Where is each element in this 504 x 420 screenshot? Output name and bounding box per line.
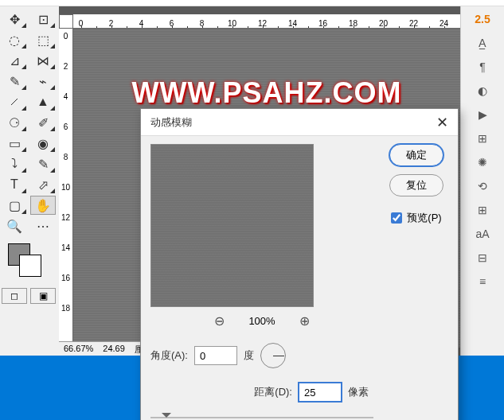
distance-input[interactable] bbox=[299, 383, 342, 402]
dialog-body: ⊖ 100% ⊕ 角度(A): 度 距离(D): 像素 确定 复位 bbox=[141, 136, 458, 420]
status-bar: 66.67% 24.69 厘 bbox=[59, 341, 148, 356]
preview-label: 预览(P) bbox=[407, 211, 441, 225]
more-tools[interactable]: ⋯ bbox=[30, 216, 56, 235]
motion-blur-dialog: 动感模糊 ✕ ⊖ 100% ⊕ 角度(A): 度 距离(D): 像素 bbox=[140, 108, 459, 420]
zoom-level: 100% bbox=[248, 315, 275, 327]
dodge-tool[interactable]: ⤵ bbox=[2, 154, 27, 173]
distance-unit: 像素 bbox=[348, 385, 369, 399]
type-tool[interactable]: T bbox=[2, 175, 27, 194]
zoom-in-icon[interactable]: ⊕ bbox=[299, 313, 310, 329]
horizontal-ruler[interactable]: 024681012141618202224 bbox=[73, 14, 460, 29]
screen-mode-button[interactable]: ▣ bbox=[30, 288, 56, 304]
color-swatches bbox=[2, 243, 57, 283]
background-color[interactable] bbox=[19, 255, 41, 277]
reset-button[interactable]: 复位 bbox=[389, 174, 443, 196]
eraser-tool[interactable]: ✐ bbox=[30, 113, 56, 132]
vertical-ruler[interactable]: 024681012141618 bbox=[59, 29, 73, 348]
close-icon[interactable]: ✕ bbox=[436, 114, 448, 131]
preview-column: ⊖ 100% ⊕ 角度(A): 度 距离(D): 像素 bbox=[150, 144, 373, 420]
status-zoom[interactable]: 66.67% bbox=[64, 344, 93, 354]
stamp-tool[interactable]: ▲ bbox=[30, 92, 56, 111]
zoom-row: ⊖ 100% ⊕ bbox=[150, 313, 373, 329]
quick-select-tool[interactable]: ⬚ bbox=[30, 30, 56, 49]
history-panel-icon[interactable]: ⟲ bbox=[465, 177, 500, 196]
gradient-tool[interactable]: ▭ bbox=[2, 134, 27, 153]
slider-track bbox=[150, 417, 373, 418]
pen-tool[interactable]: ✎ bbox=[30, 154, 56, 173]
blur-tool[interactable]: ◉ bbox=[30, 134, 56, 153]
eyedropper-tool[interactable]: ✎ bbox=[2, 72, 27, 91]
preview-checkbox[interactable] bbox=[391, 212, 402, 224]
play-icon[interactable]: ▶ bbox=[465, 105, 500, 124]
hand-tool[interactable]: ✋ bbox=[30, 196, 56, 215]
frame-tool[interactable]: ⋈ bbox=[30, 51, 56, 70]
swatches-panel-icon[interactable]: ⊞ bbox=[465, 129, 500, 148]
version-badge: 2.5 bbox=[465, 10, 500, 29]
path-select-tool[interactable]: ⬀ bbox=[30, 175, 56, 194]
dialog-title: 动感模糊 bbox=[150, 115, 192, 130]
move-tool[interactable]: ✥ bbox=[2, 10, 27, 29]
ruler-origin[interactable] bbox=[59, 14, 73, 29]
preview-checkbox-row[interactable]: 预览(P) bbox=[391, 211, 441, 225]
right-panel: 2.5 A̲ ¶ ◐ ▶ ⊞ ✺ ⟲ ⊞ aA ⊟ ≡ bbox=[460, 6, 504, 356]
distance-label: 距离(D): bbox=[254, 385, 292, 399]
ok-button[interactable]: 确定 bbox=[389, 144, 443, 166]
layers-panel-icon[interactable]: ⊟ bbox=[465, 248, 500, 267]
glyphs-panel-icon[interactable]: aA bbox=[465, 224, 500, 243]
angle-input[interactable] bbox=[194, 346, 237, 365]
effects-panel-icon[interactable]: ✺ bbox=[465, 153, 500, 172]
paragraph-panel-icon[interactable]: ¶ bbox=[465, 57, 500, 76]
properties-panel-icon[interactable]: ⊞ bbox=[465, 200, 500, 220]
lasso-tool[interactable]: ◌ bbox=[2, 30, 27, 49]
quick-mask-row: ◻ ▣ bbox=[2, 288, 57, 304]
channels-panel-icon[interactable]: ≡ bbox=[465, 272, 500, 291]
title-bar bbox=[0, 0, 504, 6]
color-panel-icon[interactable]: ◐ bbox=[465, 81, 500, 100]
angle-unit: 度 bbox=[244, 348, 254, 363]
artboard-tool[interactable]: ⊡ bbox=[30, 10, 56, 29]
shape-tool[interactable]: ▢ bbox=[2, 196, 27, 215]
zoom-tool[interactable]: 🔍 bbox=[2, 216, 27, 235]
dialog-header[interactable]: 动感模糊 ✕ bbox=[141, 109, 458, 136]
watermark-text: WWW.PSAHZ.COM bbox=[132, 76, 402, 110]
character-panel-icon[interactable]: A̲ bbox=[465, 33, 500, 52]
standard-mode-button[interactable]: ◻ bbox=[2, 288, 27, 304]
distance-slider[interactable] bbox=[150, 411, 373, 420]
angle-dial[interactable] bbox=[260, 343, 286, 368]
angle-label: 角度(A): bbox=[150, 348, 188, 363]
healing-tool[interactable]: ⌁ bbox=[30, 72, 56, 91]
status-position: 24.69 bbox=[103, 344, 125, 354]
brush-tool[interactable]: ⟋ bbox=[2, 92, 27, 111]
crop-tool[interactable]: ⊿ bbox=[2, 51, 27, 70]
history-brush-tool[interactable]: ⚆ bbox=[2, 113, 27, 132]
distance-row: 距离(D): 像素 bbox=[150, 383, 369, 402]
slider-thumb[interactable] bbox=[162, 413, 171, 420]
toolbox: ✥ ⊡ ◌ ⬚ ⊿ ⋈ ✎ ⌁ ⟋ ▲ ⚆ ✐ ▭ ◉ ⤵ ✎ T ⬀ ▢ ✋ … bbox=[0, 6, 59, 356]
button-column: 确定 复位 预览(P) bbox=[385, 144, 448, 420]
angle-row: 角度(A): 度 bbox=[150, 343, 373, 368]
preview-image[interactable] bbox=[150, 144, 314, 307]
zoom-out-icon[interactable]: ⊖ bbox=[214, 313, 225, 329]
